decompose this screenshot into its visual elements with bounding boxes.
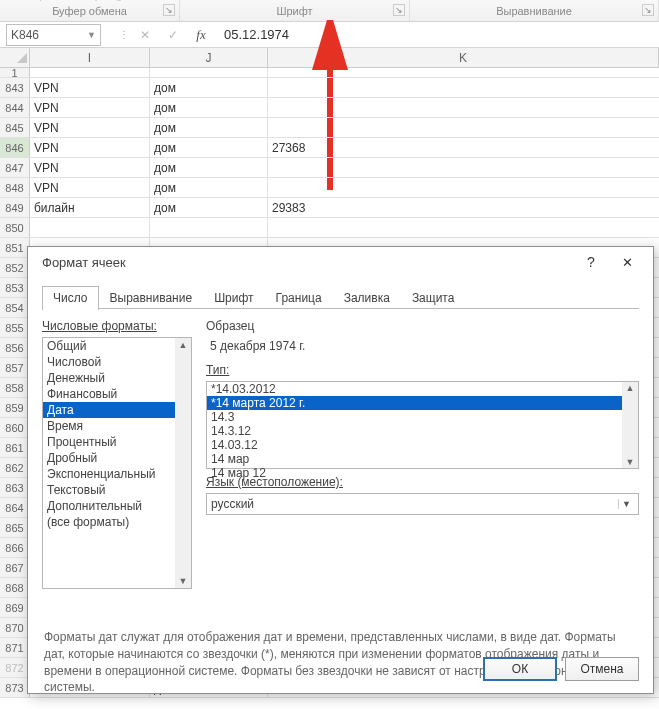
list-item[interactable]: 14 мар 12	[207, 466, 638, 480]
format-painter-button[interactable]: Формат по образцу	[4, 0, 130, 5]
list-item[interactable]: 14 мар	[207, 452, 638, 466]
insert-function-button[interactable]: fx	[190, 24, 212, 46]
list-item[interactable]: Дробный	[43, 450, 191, 466]
list-item[interactable]: Финансовый	[43, 386, 191, 402]
dialog-tab[interactable]: Число	[42, 286, 99, 310]
date-type-list[interactable]: *14.03.2012*14 марта 2012 г.14.314.3.121…	[206, 381, 639, 469]
cell[interactable]: VPN	[30, 158, 150, 177]
row-header[interactable]: 862	[0, 458, 30, 477]
row-header[interactable]: 1	[0, 68, 30, 77]
cell[interactable]	[268, 68, 659, 77]
close-button[interactable]: ✕	[609, 255, 645, 270]
row-header[interactable]: 844	[0, 98, 30, 117]
list-item[interactable]: Дополнительный	[43, 498, 191, 514]
column-header-K[interactable]: K	[268, 48, 659, 67]
row-header[interactable]: 860	[0, 418, 30, 437]
column-header-J[interactable]: J	[150, 48, 268, 67]
row-header[interactable]: 846	[0, 138, 30, 157]
dialog-tab[interactable]: Граница	[265, 286, 333, 310]
list-item[interactable]: 14.03.12	[207, 438, 638, 452]
number-format-category-list[interactable]: ОбщийЧисловойДенежныйФинансовыйДатаВремя…	[42, 337, 192, 589]
list-item[interactable]: Общий	[43, 338, 191, 354]
cell[interactable]	[268, 158, 659, 177]
dialog-tab[interactable]: Заливка	[333, 286, 401, 310]
row-header[interactable]: 850	[0, 218, 30, 237]
name-box[interactable]: K846▼	[6, 24, 101, 46]
row-header[interactable]: 859	[0, 398, 30, 417]
list-item[interactable]: Время	[43, 418, 191, 434]
cell[interactable]: 29383	[268, 198, 659, 217]
row-header[interactable]: 866	[0, 538, 30, 557]
cell[interactable]: VPN	[30, 98, 150, 117]
row-header[interactable]: 864	[0, 498, 30, 517]
list-item[interactable]: Процентный	[43, 434, 191, 450]
cell[interactable]: дом	[150, 178, 268, 197]
cancel-button[interactable]: Отмена	[565, 657, 639, 681]
alignment-dialog-launcher[interactable]: ↘	[642, 4, 654, 16]
row-header[interactable]: 856	[0, 338, 30, 357]
list-item[interactable]: 14.3.12	[207, 424, 638, 438]
chevron-down-icon[interactable]: ▼	[618, 499, 634, 509]
cancel-formula-button[interactable]: ✕	[134, 24, 156, 46]
cell[interactable]: дом	[150, 198, 268, 217]
clipboard-dialog-launcher[interactable]: ↘	[163, 4, 175, 16]
cell[interactable]	[150, 218, 268, 237]
select-all-corner[interactable]	[0, 48, 30, 67]
cell[interactable]	[150, 68, 268, 77]
row-header[interactable]: 871	[0, 638, 30, 657]
list-item[interactable]: Экспоненциальный	[43, 466, 191, 482]
row-header[interactable]: 865	[0, 518, 30, 537]
row-header[interactable]: 857	[0, 358, 30, 377]
row-header[interactable]: 869	[0, 598, 30, 617]
font-dialog-launcher[interactable]: ↘	[393, 4, 405, 16]
list-item[interactable]: Денежный	[43, 370, 191, 386]
row-header[interactable]: 854	[0, 298, 30, 317]
row-header[interactable]: 873	[0, 678, 30, 697]
cell[interactable]: дом	[150, 98, 268, 117]
list-item[interactable]: Текстовый	[43, 482, 191, 498]
cell[interactable]: VPN	[30, 138, 150, 157]
cell[interactable]: билайн	[30, 198, 150, 217]
cell[interactable]: VPN	[30, 118, 150, 137]
cell[interactable]	[268, 78, 659, 97]
scroll-down-icon[interactable]: ▼	[179, 574, 188, 588]
row-header[interactable]: 849	[0, 198, 30, 217]
dialog-tab[interactable]: Выравнивание	[99, 286, 204, 310]
list-item[interactable]: 14.3	[207, 410, 638, 424]
row-header[interactable]: 858	[0, 378, 30, 397]
cell[interactable]: VPN	[30, 78, 150, 97]
dialog-tab[interactable]: Защита	[401, 286, 466, 310]
formula-input[interactable]: 05.12.1974	[218, 24, 653, 46]
cell[interactable]: дом	[150, 138, 268, 157]
cell[interactable]: дом	[150, 158, 268, 177]
scrollbar[interactable]: ▲ ▼	[175, 338, 191, 588]
row-header[interactable]: 868	[0, 578, 30, 597]
cell[interactable]	[268, 218, 659, 237]
chevron-down-icon[interactable]: ▼	[87, 30, 96, 40]
enter-formula-button[interactable]: ✓	[162, 24, 184, 46]
row-header[interactable]: 861	[0, 438, 30, 457]
row-header[interactable]: 870	[0, 618, 30, 637]
ok-button[interactable]: ОК	[483, 657, 557, 681]
column-header-I[interactable]: I	[30, 48, 150, 67]
scroll-up-icon[interactable]: ▲	[179, 338, 188, 352]
list-item[interactable]: (все форматы)	[43, 514, 191, 530]
row-header[interactable]: 843	[0, 78, 30, 97]
list-item[interactable]: *14.03.2012	[207, 382, 638, 396]
row-header[interactable]: 867	[0, 558, 30, 577]
row-header[interactable]: 863	[0, 478, 30, 497]
row-header[interactable]: 855	[0, 318, 30, 337]
list-item[interactable]: *14 марта 2012 г.	[207, 396, 638, 410]
row-header[interactable]: 872	[0, 658, 30, 677]
cell[interactable]	[30, 68, 150, 77]
list-item[interactable]: Числовой	[43, 354, 191, 370]
scroll-down-icon[interactable]: ▼	[626, 456, 635, 468]
row-header[interactable]: 853	[0, 278, 30, 297]
cell[interactable]	[268, 118, 659, 137]
help-button[interactable]: ?	[573, 254, 609, 270]
cell[interactable]: VPN	[30, 178, 150, 197]
scrollbar[interactable]: ▲ ▼	[622, 382, 638, 468]
cell[interactable]: дом	[150, 118, 268, 137]
cell[interactable]	[268, 178, 659, 197]
dialog-tab[interactable]: Шрифт	[203, 286, 264, 310]
